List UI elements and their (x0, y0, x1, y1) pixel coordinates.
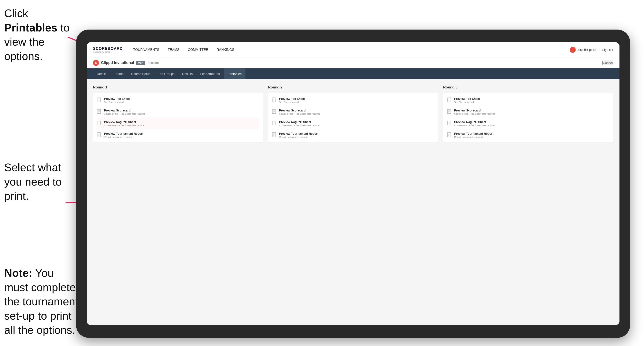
tab-details[interactable]: Details (93, 68, 110, 79)
tournament-header: C Clippd Invitational Men Hosting Cancel (87, 57, 620, 68)
brand: SCOREBOARD Powered by clippd (93, 46, 123, 53)
round3-tournament-report-sub: Round Completion required (454, 136, 494, 138)
instruction-top: Click Printables to view the options. (4, 6, 72, 63)
round2-raguzzi-title: Preview Raguzzi Sheet (279, 120, 320, 124)
top-nav-links: TOURNAMENTS TEAMS COMMITTEE RANKINGS (133, 47, 570, 53)
round2-scorecard[interactable]: Preview Scorecard Course setup + Tee She… (272, 106, 434, 118)
round3-scorecard[interactable]: Preview Scorecard Course setup + Tee She… (447, 106, 609, 118)
instruction-top-bold: Printables (4, 21, 57, 34)
r3-tee-sheet-icon (447, 98, 452, 103)
round1-tee-sheet[interactable]: Preview Tee Sheet Tee Sheet required (97, 97, 259, 106)
round3-scorecard-title: Preview Scorecard (454, 109, 495, 112)
round2-tournament-report-text: Preview Tournament Report Round Completi… (279, 132, 318, 138)
rounds-grid: Round 1 (93, 85, 613, 143)
round2-raguzzi[interactable]: Preview Raguzzi Sheet Course setup + Tee… (272, 118, 434, 129)
round2-raguzzi-sub: Course setup + Tee Sheet data required (279, 124, 320, 127)
tab-leaderboards[interactable]: Leaderboards (196, 68, 224, 79)
round1-tee-sheet-text: Preview Tee Sheet Tee Sheet required (104, 97, 130, 103)
round1-scorecard-text: Preview Scorecard Course setup + Tee She… (104, 109, 145, 115)
round1-raguzzi[interactable]: Preview Raguzzi Sheet Course setup + Tee… (97, 118, 259, 129)
round2-scorecard-sub: Course setup + Tee Sheet data required (279, 113, 320, 115)
tab-teams[interactable]: Teams (110, 68, 127, 79)
round3-raguzzi-sub: Course setup + Tee Sheet data required (454, 124, 495, 127)
round1-tournament-report[interactable]: Preview Tournament Report Round Completi… (97, 129, 259, 138)
round3-scorecard-sub: Course setup + Tee Sheet data required (454, 113, 495, 115)
top-nav: SCOREBOARD Powered by clippd TOURNAMENTS… (87, 42, 620, 57)
tablet-screen: SCOREBOARD Powered by clippd TOURNAMENTS… (87, 42, 620, 325)
user-email: blair@clippd.io (578, 48, 597, 51)
round-2-card: Preview Tee Sheet Tee Sheet required (268, 93, 438, 143)
sign-out-link[interactable]: Sign out (602, 48, 613, 51)
round1-raguzzi-title: Preview Raguzzi Sheet (104, 120, 145, 124)
round1-tournament-report-title: Preview Tournament Report (104, 132, 143, 135)
round-2-column: Round 2 (268, 85, 438, 143)
round-3-card: Preview Tee Sheet Tee Sheet required (443, 93, 613, 143)
tab-printables[interactable]: Printables (224, 68, 246, 79)
round1-scorecard-title: Preview Scorecard (104, 109, 145, 112)
round-1-column: Round 1 (93, 85, 263, 143)
separator: | (600, 48, 600, 51)
r3-tournament-report-icon (447, 132, 452, 138)
round2-scorecard-title: Preview Scorecard (279, 109, 320, 112)
round2-tee-sheet-text: Preview Tee Sheet Tee Sheet required (279, 97, 305, 103)
round2-tee-sheet-title: Preview Tee Sheet (279, 97, 305, 101)
r2-raguzzi-icon (272, 121, 276, 126)
round1-scorecard[interactable]: Preview Scorecard Course setup + Tee She… (97, 106, 259, 118)
tournament-title: C Clippd Invitational Men Hosting (93, 60, 158, 66)
r2-tee-sheet-icon (272, 98, 276, 103)
round1-tee-sheet-sub: Tee Sheet required (104, 101, 130, 103)
round1-tournament-report-sub: Round Completion required (104, 136, 143, 138)
round2-scorecard-text: Preview Scorecard Course setup + Tee She… (279, 109, 320, 115)
round-1-label: Round 1 (93, 85, 263, 90)
nav-committee[interactable]: COMMITTEE (188, 47, 208, 53)
brand-title: SCOREBOARD (93, 46, 123, 51)
nav-teams[interactable]: TEAMS (168, 47, 179, 53)
tournament-badge: Men (136, 61, 145, 65)
tablet-device: SCOREBOARD Powered by clippd TOURNAMENTS… (76, 29, 630, 338)
r2-scorecard-icon (272, 109, 276, 115)
round1-tournament-report-text: Preview Tournament Report Round Completi… (104, 132, 143, 138)
tournament-report-icon (97, 132, 102, 138)
instruction-bottom-prefix: Note: (4, 267, 32, 279)
round3-tee-sheet-title: Preview Tee Sheet (454, 97, 480, 101)
round3-tee-sheet[interactable]: Preview Tee Sheet Tee Sheet required (447, 97, 609, 106)
round3-tournament-report[interactable]: Preview Tournament Report Round Completi… (447, 129, 609, 138)
r3-raguzzi-icon (447, 121, 452, 126)
round3-raguzzi[interactable]: Preview Raguzzi Sheet Course setup + Tee… (447, 118, 609, 129)
round-2-label: Round 2 (268, 85, 438, 90)
tournament-logo: C (93, 60, 99, 66)
tab-tee-groups[interactable]: Tee Groups (154, 68, 178, 79)
round2-tee-sheet[interactable]: Preview Tee Sheet Tee Sheet required (272, 97, 434, 106)
raguzzi-icon (97, 121, 102, 126)
round1-tee-sheet-title: Preview Tee Sheet (104, 97, 130, 101)
nav-tournaments[interactable]: TOURNAMENTS (133, 47, 159, 53)
nav-rankings[interactable]: RANKINGS (216, 47, 234, 53)
r2-tournament-report-icon (272, 132, 276, 138)
cancel-button[interactable]: Cancel (602, 61, 613, 65)
instruction-top-prefix: Click (4, 7, 28, 19)
brand-sub: Powered by clippd (93, 51, 123, 53)
tee-sheet-icon (97, 98, 102, 103)
instruction-bottom: Note: You must complete the tournament s… (4, 266, 80, 337)
sub-nav: Details Teams Course Setup Tee Groups Re… (87, 68, 620, 79)
round2-tournament-report[interactable]: Preview Tournament Report Round Completi… (272, 129, 434, 138)
round1-raguzzi-text: Preview Raguzzi Sheet Course setup + Tee… (104, 120, 145, 127)
round2-tee-sheet-sub: Tee Sheet required (279, 101, 305, 103)
tab-results[interactable]: Results (178, 68, 196, 79)
round3-raguzzi-text: Preview Raguzzi Sheet Course setup + Tee… (454, 120, 495, 127)
round3-tournament-report-title: Preview Tournament Report (454, 132, 494, 135)
tournament-name: Clippd Invitational (101, 61, 134, 65)
round2-raguzzi-text: Preview Raguzzi Sheet Course setup + Tee… (279, 120, 320, 127)
round-3-column: Round 3 (443, 85, 613, 143)
hosting-badge: Hosting (148, 61, 158, 64)
round3-scorecard-text: Preview Scorecard Course setup + Tee She… (454, 109, 495, 115)
tab-course-setup[interactable]: Course Setup (127, 68, 154, 79)
round-1-card: Preview Tee Sheet Tee Sheet required (93, 93, 263, 143)
round3-tee-sheet-text: Preview Tee Sheet Tee Sheet required (454, 97, 480, 103)
round-3-label: Round 3 (443, 85, 613, 90)
round2-tournament-report-sub: Round Completion required (279, 136, 318, 138)
round1-scorecard-sub: Course setup + Tee Sheet data required (104, 113, 145, 115)
round3-tournament-report-text: Preview Tournament Report Round Completi… (454, 132, 494, 138)
round2-tournament-report-title: Preview Tournament Report (279, 132, 318, 135)
user-avatar (570, 47, 576, 53)
